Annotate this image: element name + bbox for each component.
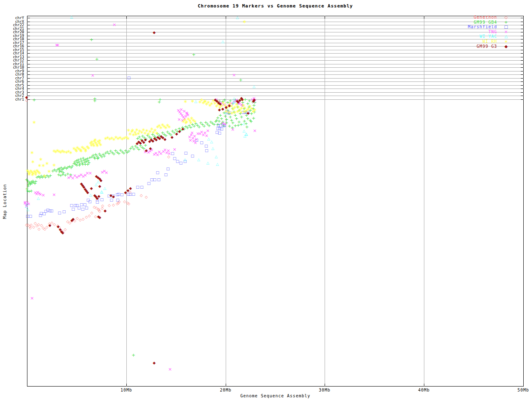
chromosome-gridline <box>27 71 524 71</box>
point-gm99-g3: ◆ <box>152 360 157 365</box>
point-gm99-g3: ◆ <box>24 95 29 100</box>
point-wi-yac: △ <box>220 39 225 44</box>
chromosome-gridline <box>27 78 524 79</box>
y-tick-right <box>521 43 523 43</box>
legend-marker-icon: △ <box>503 34 510 39</box>
point-wi-rh: ∗ <box>93 137 98 142</box>
point-wi-yac: △ <box>205 160 210 165</box>
y-tick-right <box>521 57 523 57</box>
x-tick-bottom <box>226 384 226 386</box>
chromosome-gridline <box>27 67 524 68</box>
x-tick-label: 50Mb <box>511 388 532 392</box>
point-tng: × <box>30 296 34 301</box>
point-tng: × <box>172 147 177 152</box>
point-wi-rh: ∗ <box>83 148 88 153</box>
legend-label: GM99 GB4 <box>474 20 497 25</box>
point-gm99-gb4: + <box>251 116 256 121</box>
point-wi-rh: ∗ <box>242 19 247 24</box>
y-tick-left <box>27 18 30 18</box>
x-gridline <box>325 16 325 387</box>
point-gm99-g3: ◆ <box>128 186 133 191</box>
point-wi-rh: ∗ <box>130 128 135 133</box>
point-gm99-gb4: + <box>89 37 94 42</box>
y-tick-left <box>27 32 30 32</box>
point-gm99-g3: ◆ <box>96 194 101 199</box>
point-gm99-gb4: + <box>131 353 136 358</box>
y-tick-left <box>27 43 30 43</box>
point-marshfield: □ <box>49 208 54 213</box>
y-tick-left <box>27 36 30 36</box>
point-genethon: ◇ <box>94 205 99 210</box>
point-genethon: ◇ <box>122 199 127 204</box>
point-marshfield: □ <box>84 205 89 210</box>
point-wi-rh: ∗ <box>52 163 57 167</box>
point-tng: × <box>104 170 109 175</box>
point-wi-yac: △ <box>242 133 247 138</box>
point-genethon: ◇ <box>139 193 144 198</box>
point-wi-rh: ∗ <box>183 99 188 104</box>
chromosome-gridline <box>27 50 524 50</box>
point-wi-rh: ∗ <box>188 120 193 125</box>
point-gm99-g3: ◆ <box>60 230 65 235</box>
legend-row: GM99 G3◆ <box>416 44 515 49</box>
point-gm99-g3: ◆ <box>152 30 157 35</box>
point-genethon: ◇ <box>100 203 105 208</box>
chromosome-gridline <box>27 64 524 64</box>
y-tick-left <box>27 50 30 50</box>
point-tng: × <box>252 128 257 133</box>
x-tick-label: 30Mb <box>312 388 337 392</box>
legend-row: WI RH∗ <box>416 39 515 44</box>
point-gm99-g3: ◆ <box>97 215 102 220</box>
y-tick-right <box>521 64 523 64</box>
point-gm99-g3: ◆ <box>252 97 257 102</box>
y-tick-right <box>521 89 523 89</box>
y-tick-right <box>521 29 523 29</box>
x-tick-bottom <box>325 384 325 386</box>
chromosome-gridline <box>27 85 524 86</box>
point-gm99-gb4: + <box>236 123 241 128</box>
point-wi-rh: ∗ <box>32 120 37 125</box>
y-tick-right <box>521 81 523 82</box>
y-tick-right <box>521 99 523 100</box>
point-gm99-g3: ◆ <box>246 111 251 116</box>
legend-label: TNG <box>488 30 497 34</box>
point-gm99-g3: ◆ <box>89 186 94 191</box>
y-tick-left <box>27 29 30 29</box>
y-tick-right <box>521 18 523 18</box>
y-tick-right <box>521 36 523 36</box>
legend-label: Marshfield <box>468 25 497 30</box>
y-tick-left <box>27 25 30 25</box>
point-tng: × <box>190 131 195 135</box>
point-wi-rh: ∗ <box>30 150 34 155</box>
chromosome-gridline <box>27 57 524 57</box>
point-wi-rh: ∗ <box>42 173 47 178</box>
legend-marker-icon: □ <box>503 25 510 30</box>
point-tng: × <box>55 43 60 48</box>
point-gm99-g3: ◆ <box>99 178 103 183</box>
y-tick-left <box>27 46 30 47</box>
point-tng: × <box>232 73 236 78</box>
y-tick-left <box>27 78 30 79</box>
point-wi-yac: △ <box>196 157 201 162</box>
chromosome-gridline <box>27 89 524 89</box>
point-wi-rh: ∗ <box>190 99 195 103</box>
point-wi-rh: ∗ <box>89 143 94 148</box>
x-gridline <box>424 16 424 387</box>
point-tng: × <box>112 22 117 27</box>
chromosome-gridline <box>27 60 524 61</box>
x-tick-top <box>325 16 325 19</box>
point-gm99-g3: ◆ <box>71 217 76 222</box>
y-tick-left <box>27 92 30 93</box>
chromosome-gridline <box>27 96 524 96</box>
point-marshfield: □ <box>204 148 209 153</box>
x-tick-top <box>126 16 127 19</box>
y-tick-left <box>27 89 30 89</box>
legend-row: Genethon◇ <box>416 15 515 20</box>
point-marshfield: □ <box>217 131 222 135</box>
point-tng: × <box>230 127 235 132</box>
y-tick-right <box>521 92 523 93</box>
chromosome-label: chr1 <box>0 98 24 101</box>
point-tng: × <box>193 140 198 145</box>
point-genethon: ◇ <box>28 225 33 230</box>
point-wi-yac: △ <box>24 204 29 209</box>
